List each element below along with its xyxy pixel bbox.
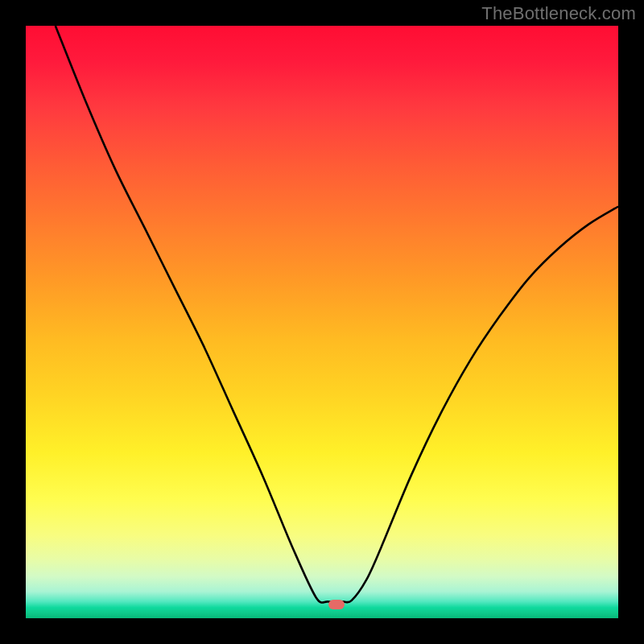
plot-area [26, 26, 618, 618]
curve-layer [26, 26, 618, 618]
watermark-text: TheBottleneck.com [481, 3, 636, 24]
optimal-marker [328, 600, 345, 609]
bottleneck-curve [56, 26, 618, 603]
chart-frame: TheBottleneck.com [0, 0, 644, 644]
